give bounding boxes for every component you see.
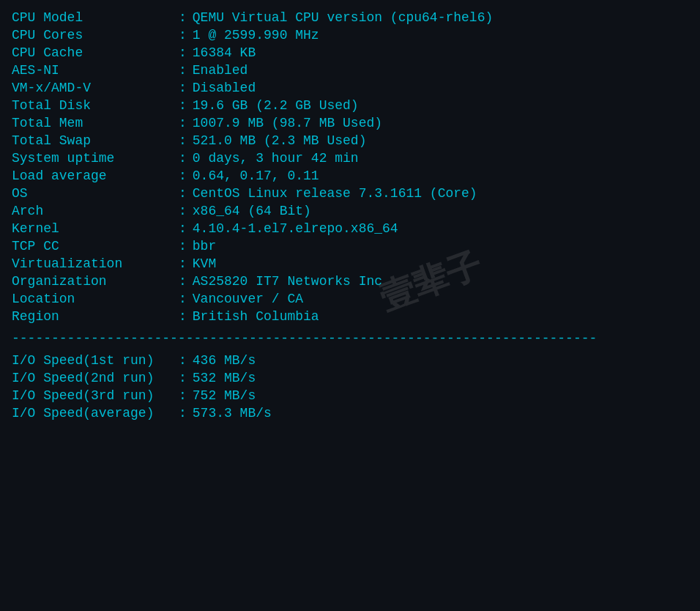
row-colon: : <box>173 202 193 220</box>
row-colon: : <box>173 97 193 114</box>
table-row: Total Mem:1007.9 MB (98.7 MB Used) <box>12 114 688 132</box>
row-value: 4.10.4-1.el7.elrepo.x86_64 <box>193 220 688 237</box>
table-row: CPU Model:QEMU Virtual CPU version (cpu6… <box>12 9 688 26</box>
row-value: Disabled <box>193 79 688 97</box>
row-label: OS <box>12 185 173 202</box>
table-row: Kernel:4.10.4-1.el7.elrepo.x86_64 <box>12 220 688 237</box>
table-row: VM-x/AMD-V:Disabled <box>12 79 688 97</box>
row-label: TCP CC <box>12 237 173 255</box>
table-row: TCP CC:bbr <box>12 237 688 255</box>
row-value: Vancouver / CA <box>193 290 688 308</box>
row-label: AES-NI <box>12 62 173 79</box>
row-colon: : <box>173 220 193 237</box>
row-colon: : <box>173 132 193 149</box>
row-label: I/O Speed(average) <box>12 404 173 422</box>
row-colon: : <box>173 290 193 308</box>
row-value: 521.0 MB (2.3 MB Used) <box>193 132 688 149</box>
table-row: System uptime:0 days, 3 hour 42 min <box>12 149 688 167</box>
row-colon: : <box>173 114 193 132</box>
table-row: Total Swap:521.0 MB (2.3 MB Used) <box>12 132 688 149</box>
terminal-output: 壹辈子 CPU Model:QEMU Virtual CPU version (… <box>12 9 688 422</box>
table-row: OS:CentOS Linux release 7.3.1611 (Core) <box>12 185 688 202</box>
row-colon: : <box>173 79 193 97</box>
row-value: bbr <box>193 237 688 255</box>
table-row: I/O Speed(1st run):436 MB/s <box>12 352 688 369</box>
row-value: CentOS Linux release 7.3.1611 (Core) <box>193 185 688 202</box>
row-value: 16384 KB <box>193 44 688 62</box>
table-row: AES-NI:Enabled <box>12 62 688 79</box>
row-colon: : <box>173 255 193 273</box>
row-colon: : <box>173 273 193 290</box>
row-label: CPU Cores <box>12 26 173 44</box>
row-value: AS25820 IT7 Networks Inc <box>193 273 688 290</box>
row-label: Organization <box>12 273 173 290</box>
table-row: I/O Speed(3rd run):752 MB/s <box>12 387 688 404</box>
table-row: CPU Cores:1 @ 2599.990 MHz <box>12 26 688 44</box>
table-row: Virtualization:KVM <box>12 255 688 273</box>
io-speed-table: I/O Speed(1st run):436 MB/sI/O Speed(2nd… <box>12 352 688 422</box>
row-label: Total Swap <box>12 132 173 149</box>
row-label: Total Disk <box>12 97 173 114</box>
row-colon: : <box>173 26 193 44</box>
table-row: Arch:x86_64 (64 Bit) <box>12 202 688 220</box>
row-value: x86_64 (64 Bit) <box>193 202 688 220</box>
row-label: CPU Cache <box>12 44 173 62</box>
row-label: VM-x/AMD-V <box>12 79 173 97</box>
row-label: I/O Speed(2nd run) <box>12 369 173 387</box>
row-value: 0 days, 3 hour 42 min <box>193 149 688 167</box>
table-row: Region:British Columbia <box>12 308 688 325</box>
row-colon: : <box>173 237 193 255</box>
row-value: QEMU Virtual CPU version (cpu64-rhel6) <box>193 9 688 26</box>
row-value: Enabled <box>193 62 688 79</box>
row-colon: : <box>173 44 193 62</box>
row-label: System uptime <box>12 149 173 167</box>
row-colon: : <box>173 62 193 79</box>
row-label: Kernel <box>12 220 173 237</box>
table-row: I/O Speed(average):573.3 MB/s <box>12 404 688 422</box>
row-value: KVM <box>193 255 688 273</box>
table-row: Total Disk:19.6 GB (2.2 GB Used) <box>12 97 688 114</box>
table-row: I/O Speed(2nd run):532 MB/s <box>12 369 688 387</box>
row-label: I/O Speed(3rd run) <box>12 387 173 404</box>
row-value: British Columbia <box>193 308 688 325</box>
row-colon: : <box>173 308 193 325</box>
row-value: 19.6 GB (2.2 GB Used) <box>193 97 688 114</box>
system-info-table: CPU Model:QEMU Virtual CPU version (cpu6… <box>12 9 688 325</box>
row-value: 532 MB/s <box>193 369 688 387</box>
row-value: 1007.9 MB (98.7 MB Used) <box>193 114 688 132</box>
row-label: CPU Model <box>12 9 173 26</box>
row-label: Load average <box>12 167 173 185</box>
row-label: Virtualization <box>12 255 173 273</box>
row-value: 436 MB/s <box>193 352 688 369</box>
row-label: Location <box>12 290 173 308</box>
row-colon: : <box>173 9 193 26</box>
row-colon: : <box>173 167 193 185</box>
row-colon: : <box>173 149 193 167</box>
table-row: CPU Cache:16384 KB <box>12 44 688 62</box>
row-value: 1 @ 2599.990 MHz <box>193 26 688 44</box>
row-colon: : <box>173 185 193 202</box>
row-value: 573.3 MB/s <box>193 404 688 422</box>
row-colon: : <box>173 387 193 404</box>
row-value: 0.64, 0.17, 0.11 <box>193 167 688 185</box>
row-colon: : <box>173 404 193 422</box>
table-row: Location:Vancouver / CA <box>12 290 688 308</box>
table-row: Organization:AS25820 IT7 Networks Inc <box>12 273 688 290</box>
row-label: Arch <box>12 202 173 220</box>
row-label: Region <box>12 308 173 325</box>
row-colon: : <box>173 369 193 387</box>
row-label: Total Mem <box>12 114 173 132</box>
row-colon: : <box>173 352 193 369</box>
row-value: 752 MB/s <box>193 387 688 404</box>
divider: ----------------------------------------… <box>12 331 688 346</box>
table-row: Load average:0.64, 0.17, 0.11 <box>12 167 688 185</box>
row-label: I/O Speed(1st run) <box>12 352 173 369</box>
